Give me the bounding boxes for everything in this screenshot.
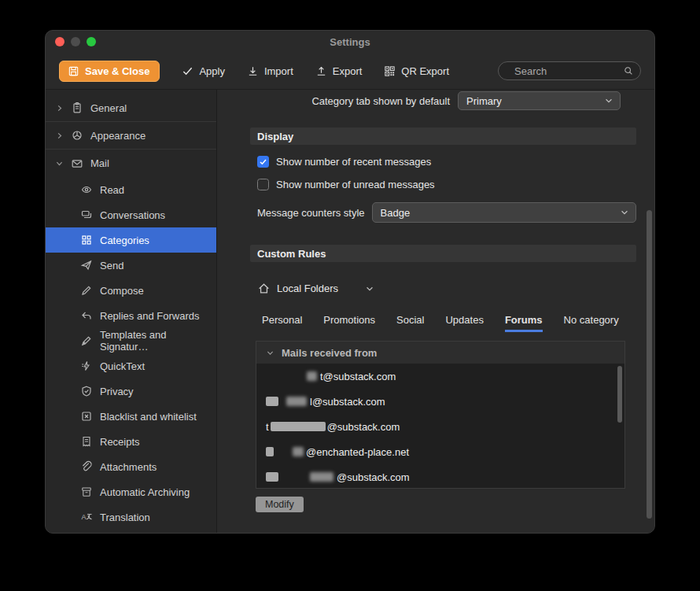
sidebar-item-label: Privacy xyxy=(100,386,134,397)
sidebar-item-attachments[interactable]: Attachments xyxy=(46,454,216,479)
pencil-icon xyxy=(80,284,93,297)
sidebar-item-compose[interactable]: Compose xyxy=(46,278,216,303)
export-icon xyxy=(315,65,327,77)
paper-plane-icon xyxy=(80,259,93,271)
email-text: t@substack.com xyxy=(320,371,396,382)
translation-icon: A xyxy=(80,511,93,523)
minimize-window-button[interactable] xyxy=(71,37,80,46)
apply-label: Apply xyxy=(199,65,225,77)
settings-main-panel: Category tab shown by default Primary Di… xyxy=(217,90,654,533)
paperclip-icon xyxy=(80,460,93,473)
archive-box-icon xyxy=(80,486,93,498)
sidebar-item-mail[interactable]: Mail xyxy=(46,150,216,177)
search-icon xyxy=(623,65,634,79)
check-icon xyxy=(182,65,193,77)
chevron-down-icon xyxy=(620,208,629,217)
main-scrollbar[interactable] xyxy=(647,210,652,519)
qr-export-button[interactable]: QR Export xyxy=(384,65,449,77)
tab-personal[interactable]: Personal xyxy=(262,314,302,332)
save-close-label: Save & Close xyxy=(85,65,149,77)
sidebar-item-label: Mail xyxy=(90,157,109,169)
sidebar-item-replies-forwards[interactable]: Replies and Forwards xyxy=(46,303,216,328)
chevron-right-icon xyxy=(55,104,64,113)
tab-updates[interactable]: Updates xyxy=(445,314,483,332)
unread-messages-checkbox[interactable] xyxy=(257,179,269,190)
recent-messages-checkbox[interactable] xyxy=(257,156,269,168)
list-item[interactable]: @enchanted-place.net xyxy=(256,439,624,464)
sidebar-item-read[interactable]: Read xyxy=(46,177,216,202)
sidebar-item-conversations[interactable]: Conversations xyxy=(46,202,216,227)
general-icon xyxy=(71,102,83,114)
tab-promotions[interactable]: Promotions xyxy=(323,314,375,332)
list-item[interactable]: @substack.com xyxy=(256,464,624,489)
email-text: @substack.com xyxy=(337,471,410,483)
sidebar-item-label: Automatic Archiving xyxy=(100,486,190,498)
window-title: Settings xyxy=(46,36,654,48)
mails-received-list: Mails received from t@substack.com l@su xyxy=(256,341,625,489)
redacted-text xyxy=(286,397,307,406)
redacted-text xyxy=(307,371,317,381)
sidebar-item-appearance[interactable]: Appearance xyxy=(46,122,216,150)
folder-selector[interactable]: Local Folders xyxy=(257,282,636,295)
reply-arrow-icon xyxy=(80,309,93,322)
sidebar-item-label: Appearance xyxy=(90,130,146,142)
sidebar-item-quicktext[interactable]: QuickText xyxy=(46,353,216,379)
redacted-text xyxy=(293,447,304,456)
search-input[interactable] xyxy=(498,61,641,80)
sidebar-item-privacy[interactable]: Privacy xyxy=(46,379,216,404)
category-default-dropdown[interactable]: Primary xyxy=(458,91,621,110)
list-item[interactable]: t@substack.com xyxy=(256,364,624,389)
lightning-icon xyxy=(80,360,93,372)
sidebar-item-send[interactable]: Send xyxy=(46,253,216,278)
sidebar-item-automatic-archiving[interactable]: Automatic Archiving xyxy=(46,479,216,504)
redacted-text xyxy=(266,397,278,406)
list-title: Mails received from xyxy=(282,347,377,359)
titlebar: Settings xyxy=(46,31,654,53)
chevron-down-icon xyxy=(365,284,374,294)
grid-icon xyxy=(80,234,93,246)
shield-icon xyxy=(80,385,93,397)
import-button[interactable]: Import xyxy=(247,65,293,77)
sidebar-item-label: Templates and Signatur… xyxy=(100,329,216,353)
category-default-label: Category tab shown by default xyxy=(311,95,450,107)
sidebar-item-blacklist-whitelist[interactable]: Blacklist and whitelist xyxy=(46,404,216,429)
modify-button[interactable]: Modify xyxy=(256,497,304,512)
export-button[interactable]: Export xyxy=(315,65,363,77)
zoom-window-button[interactable] xyxy=(87,37,96,46)
apply-button[interactable]: Apply xyxy=(182,65,225,77)
category-default-row: Category tab shown by default Primary xyxy=(250,91,621,110)
checkbox-label: Show number of unread messages xyxy=(276,179,435,190)
folder-selector-label: Local Folders xyxy=(277,283,338,294)
fountain-pen-icon xyxy=(80,334,93,347)
sidebar-item-translation[interactable]: A Translation xyxy=(46,504,216,530)
counters-style-row: Message counters style Badge xyxy=(257,202,636,223)
chevron-down-icon xyxy=(604,96,613,105)
appearance-icon xyxy=(71,129,83,142)
recent-messages-row: Show number of recent messages xyxy=(257,156,636,168)
save-close-button[interactable]: Save & Close xyxy=(59,61,160,82)
sidebar-item-label: Categories xyxy=(100,235,149,246)
list-item[interactable]: l@substack.com xyxy=(256,389,624,414)
sidebar-item-receipts[interactable]: Receipts xyxy=(46,429,216,454)
sidebar-item-label: Read xyxy=(100,184,124,196)
close-window-button[interactable] xyxy=(55,37,64,46)
tab-no-category[interactable]: No category xyxy=(564,314,619,332)
sidebar-item-templates-signatures[interactable]: Templates and Signatur… xyxy=(46,328,216,353)
sidebar-item-categories[interactable]: Categories xyxy=(46,227,216,253)
qr-code-icon xyxy=(384,65,396,77)
chevron-down-icon xyxy=(55,159,64,168)
save-icon xyxy=(68,65,79,77)
list-item[interactable]: t @substack.com xyxy=(256,414,624,439)
sidebar-item-general[interactable]: General xyxy=(46,94,216,122)
box-x-icon xyxy=(80,410,93,423)
counters-style-dropdown[interactable]: Badge xyxy=(372,202,636,223)
sidebar-item-label: Compose xyxy=(100,285,144,297)
desktop: { "window": { "title": "Settings" }, "to… xyxy=(0,0,700,591)
list-scrollbar[interactable] xyxy=(617,366,622,423)
traffic-lights xyxy=(55,37,96,46)
settings-window: Settings Save & Close Apply xyxy=(45,30,655,534)
dropdown-value: Badge xyxy=(381,207,411,219)
tab-social[interactable]: Social xyxy=(396,314,424,332)
tab-forums[interactable]: Forums xyxy=(505,314,543,332)
mails-received-header[interactable]: Mails received from xyxy=(256,342,624,364)
